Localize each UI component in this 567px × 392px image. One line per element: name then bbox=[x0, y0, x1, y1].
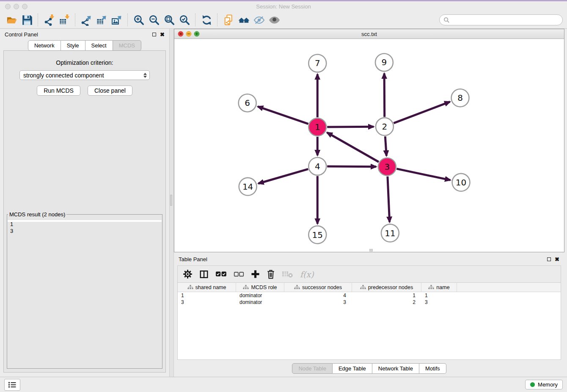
graph-edge-1-6[interactable] bbox=[258, 107, 308, 124]
column-header-mcds-role[interactable]: MCDS role bbox=[236, 283, 284, 292]
cell-shared-name[interactable]: 1 bbox=[178, 293, 236, 298]
home-icon[interactable] bbox=[236, 13, 251, 27]
column-header-successor-nodes[interactable]: successor nodes bbox=[284, 283, 352, 292]
network-window-title: scc.txt bbox=[174, 31, 564, 37]
table-row[interactable]: 1dominator411 bbox=[178, 292, 561, 299]
column-header-name[interactable]: name bbox=[421, 283, 457, 292]
graph-edge-3-1[interactable] bbox=[327, 133, 379, 162]
zoom-in-icon[interactable] bbox=[131, 13, 146, 27]
open-session-icon[interactable] bbox=[4, 13, 19, 27]
graph-edge-2-9[interactable] bbox=[384, 73, 385, 117]
graph-node-10[interactable]: 10 bbox=[452, 174, 470, 191]
mcds-panel: Optimization criterion: strongly connect… bbox=[3, 50, 166, 373]
close-panel-button[interactable]: Close panel bbox=[88, 86, 132, 96]
import-table-icon[interactable] bbox=[57, 13, 72, 27]
cell-shared-name[interactable]: 3 bbox=[178, 299, 236, 305]
graph-edge-4-3[interactable] bbox=[327, 166, 376, 167]
copy-style-icon[interactable] bbox=[221, 13, 236, 27]
frame-traffic-lights[interactable] bbox=[178, 31, 200, 37]
column-layout-icon[interactable] bbox=[199, 268, 209, 281]
cell-name[interactable]: 1 bbox=[421, 293, 457, 298]
window-traffic-lights[interactable] bbox=[5, 4, 28, 9]
cell-successor-nodes[interactable]: 3 bbox=[284, 299, 352, 305]
table-body: 1dominator4113dominator323 bbox=[178, 292, 561, 306]
graph-node-2[interactable]: 2 bbox=[376, 118, 394, 135]
graph-node-4[interactable]: 4 bbox=[308, 157, 326, 175]
float-panel-icon[interactable] bbox=[152, 33, 156, 36]
tab-style[interactable]: Style bbox=[61, 40, 85, 51]
trash-icon[interactable] bbox=[267, 268, 275, 281]
task-history-button[interactable] bbox=[4, 379, 20, 391]
tab-network-table[interactable]: Network Table bbox=[372, 363, 419, 374]
column-header-predecessor-nodes[interactable]: predecessor nodes bbox=[352, 283, 421, 292]
zoom-out-icon[interactable] bbox=[146, 13, 162, 27]
export-table-icon[interactable] bbox=[94, 13, 109, 27]
import-network-icon[interactable] bbox=[41, 13, 57, 27]
hide-eye-icon[interactable] bbox=[251, 13, 267, 27]
canvas-splitter-handle[interactable] bbox=[369, 249, 373, 251]
svg-text:15: 15 bbox=[312, 230, 323, 240]
search-box[interactable] bbox=[439, 14, 563, 25]
svg-text:9: 9 bbox=[382, 57, 387, 67]
window-title: Session: New Session bbox=[0, 3, 567, 10]
table-row[interactable]: 3dominator323 bbox=[178, 299, 561, 306]
export-image-icon[interactable] bbox=[109, 13, 124, 27]
search-input[interactable] bbox=[452, 17, 559, 24]
add-icon[interactable] bbox=[251, 268, 260, 281]
tab-motifs[interactable]: Motifs bbox=[419, 363, 446, 374]
graph-node-6[interactable]: 6 bbox=[239, 94, 256, 112]
show-eye-icon[interactable] bbox=[267, 13, 282, 27]
close-panel-icon[interactable]: ✖ bbox=[160, 32, 165, 37]
run-mcds-button[interactable]: Run MCDS bbox=[37, 86, 80, 96]
splitter-handle[interactable] bbox=[170, 195, 172, 206]
graph-edge-3-11[interactable] bbox=[388, 177, 390, 222]
graph-node-3[interactable]: 3 bbox=[378, 158, 396, 176]
cell-predecessor-nodes[interactable]: 2 bbox=[352, 299, 421, 305]
graph-edge-2-8[interactable] bbox=[394, 102, 450, 123]
tab-network[interactable]: Network bbox=[28, 40, 61, 51]
graph-node-11[interactable]: 11 bbox=[381, 224, 399, 242]
zoom-fit-icon[interactable] bbox=[162, 13, 177, 27]
cell-name[interactable]: 3 bbox=[421, 299, 457, 305]
control-panel: Control Panel ✖ NetworkStyleSelectMCDS O… bbox=[0, 29, 169, 377]
cell-mcds-role[interactable]: dominator bbox=[236, 299, 284, 305]
float-table-panel-icon[interactable] bbox=[547, 257, 551, 261]
zoom-window-icon[interactable] bbox=[22, 4, 28, 9]
graph-node-1[interactable]: 1 bbox=[308, 118, 326, 136]
minimize-window-icon[interactable] bbox=[14, 4, 19, 9]
refresh-layout-icon[interactable] bbox=[199, 13, 214, 27]
gear-icon[interactable] bbox=[183, 268, 193, 281]
zoom-selected-icon[interactable] bbox=[177, 13, 192, 27]
cell-predecessor-nodes[interactable]: 1 bbox=[352, 293, 421, 298]
graph-node-15[interactable]: 15 bbox=[308, 226, 326, 244]
tab-select[interactable]: Select bbox=[85, 40, 113, 51]
tab-node-table[interactable]: Node Table bbox=[292, 363, 333, 374]
close-table-panel-icon[interactable]: ✖ bbox=[555, 257, 559, 262]
graph-node-9[interactable]: 9 bbox=[375, 53, 393, 71]
node-table[interactable]: shared nameMCDS rolesuccessor nodesprede… bbox=[177, 283, 561, 360]
column-header-shared-name[interactable]: shared name bbox=[178, 283, 236, 292]
panel-splitter[interactable] bbox=[169, 29, 174, 377]
graph-edge-2-3[interactable] bbox=[385, 136, 386, 156]
close-window-icon[interactable] bbox=[5, 4, 11, 9]
tab-edge-table[interactable]: Edge Table bbox=[333, 363, 372, 374]
frame-close-icon bbox=[178, 31, 183, 36]
graph-edge-3-10[interactable] bbox=[396, 169, 450, 180]
graph-edge-4-14[interactable] bbox=[259, 169, 308, 183]
cell-mcds-role[interactable]: dominator bbox=[236, 293, 284, 298]
main-toolbar bbox=[0, 11, 567, 29]
export-network-icon[interactable] bbox=[79, 13, 94, 27]
cell-successor-nodes[interactable]: 4 bbox=[284, 293, 352, 298]
save-session-icon[interactable] bbox=[19, 13, 35, 27]
network-graph[interactable]: 7968124314101511 bbox=[174, 39, 564, 252]
memory-button[interactable]: Memory bbox=[525, 380, 563, 389]
select-all-icon[interactable] bbox=[215, 268, 227, 281]
criterion-dropdown[interactable]: strongly connected component bbox=[19, 70, 150, 80]
graph-node-14[interactable]: 14 bbox=[239, 178, 257, 196]
graph-node-8[interactable]: 8 bbox=[451, 89, 469, 107]
graph-node-7[interactable]: 7 bbox=[308, 54, 326, 72]
graph-edge-1-2[interactable] bbox=[327, 127, 374, 127]
network-canvas[interactable]: 7968124314101511 bbox=[174, 39, 564, 252]
tab-mcds[interactable]: MCDS bbox=[113, 40, 141, 51]
deselect-all-icon[interactable] bbox=[234, 268, 244, 281]
